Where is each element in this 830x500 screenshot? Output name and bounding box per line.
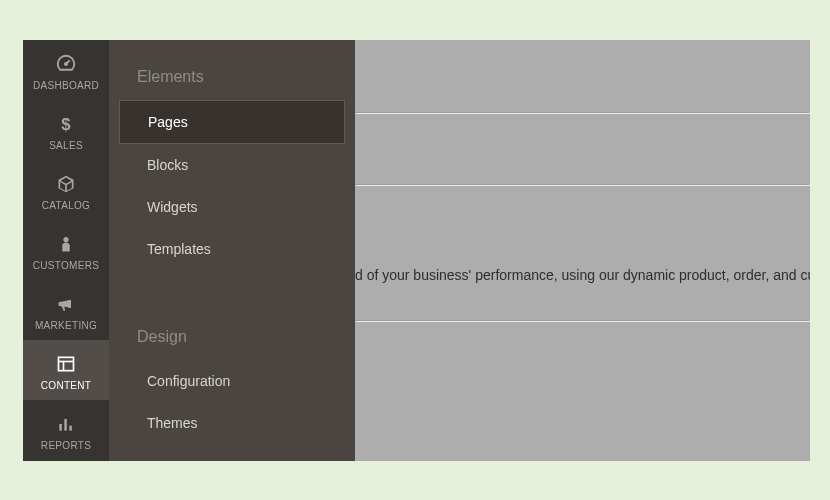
svg-text:$: $ xyxy=(61,114,71,133)
submenu-spacer xyxy=(109,270,355,300)
sidebar-item-label: CONTENT xyxy=(41,380,91,391)
submenu-item-configuration[interactable]: Configuration xyxy=(119,360,345,402)
svg-rect-6 xyxy=(59,424,62,431)
submenu-item-pages[interactable]: Pages xyxy=(119,100,345,144)
submenu-item-themes[interactable]: Themes xyxy=(119,402,345,444)
sidebar-item-marketing[interactable]: MARKETING xyxy=(23,280,109,340)
svg-point-2 xyxy=(63,236,68,241)
divider xyxy=(355,320,810,322)
submenu-item-templates[interactable]: Templates xyxy=(119,228,345,270)
submenu-group-elements: Elements xyxy=(109,40,355,100)
submenu-group-design: Design xyxy=(109,300,355,360)
submenu-item-widgets[interactable]: Widgets xyxy=(119,186,345,228)
dashboard-description: d of your business' performance, using o… xyxy=(355,267,810,283)
divider xyxy=(355,184,810,186)
main-content: d of your business' performance, using o… xyxy=(355,40,810,461)
sidebar-item-reports[interactable]: REPORTS xyxy=(23,400,109,460)
box-icon xyxy=(56,172,76,196)
svg-rect-3 xyxy=(59,357,74,370)
sidebar-item-label: CATALOG xyxy=(42,200,90,211)
person-icon xyxy=(57,232,75,256)
submenu-item-blocks[interactable]: Blocks xyxy=(119,144,345,186)
sidebar-item-catalog[interactable]: CATALOG xyxy=(23,160,109,220)
sidebar-item-label: REPORTS xyxy=(41,440,91,451)
bar-chart-icon xyxy=(56,412,76,436)
svg-rect-8 xyxy=(69,425,72,430)
sidebar-item-sales[interactable]: $ SALES xyxy=(23,100,109,160)
content-submenu: Elements Pages Blocks Widgets Templates … xyxy=(109,40,355,461)
svg-rect-7 xyxy=(64,419,67,431)
sidebar-item-content[interactable]: CONTENT xyxy=(23,340,109,400)
megaphone-icon xyxy=(56,292,76,316)
sidebar-item-label: SALES xyxy=(49,140,83,151)
sidebar-item-dashboard[interactable]: DASHBOARD xyxy=(23,40,109,100)
dollar-icon: $ xyxy=(56,112,76,136)
gauge-icon xyxy=(55,52,77,76)
app-window: DASHBOARD $ SALES CATALOG xyxy=(23,40,810,461)
sidebar-item-label: MARKETING xyxy=(35,320,97,331)
sidebar-item-label: DASHBOARD xyxy=(33,80,99,91)
sidebar-item-customers[interactable]: CUSTOMERS xyxy=(23,220,109,280)
primary-sidebar: DASHBOARD $ SALES CATALOG xyxy=(23,40,109,461)
layout-icon xyxy=(56,352,76,376)
svg-point-0 xyxy=(65,62,67,64)
sidebar-item-label: CUSTOMERS xyxy=(33,260,99,271)
